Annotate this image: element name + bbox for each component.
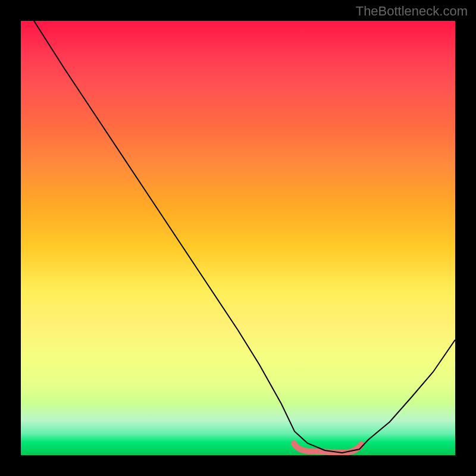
plot-area bbox=[21, 21, 455, 455]
bottleneck-curve-line bbox=[34, 21, 455, 453]
chart-svg bbox=[21, 21, 455, 455]
watermark-text: TheBottleneck.com bbox=[356, 4, 468, 19]
